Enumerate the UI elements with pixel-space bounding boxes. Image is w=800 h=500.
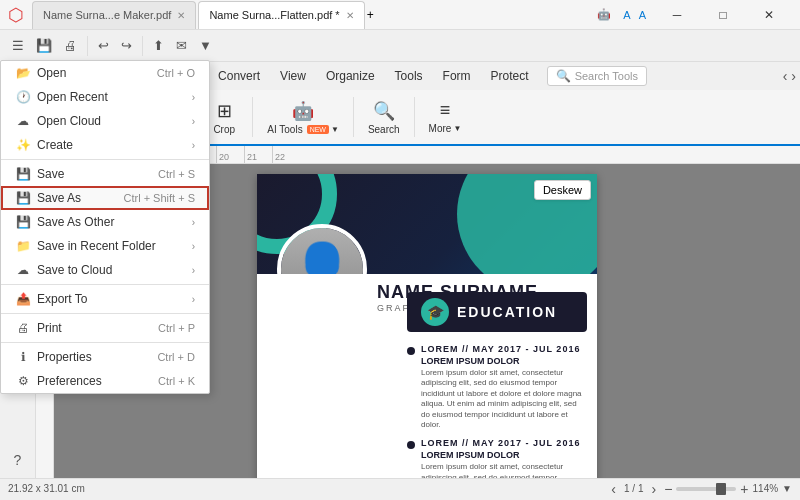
export-icon: 📤 (15, 292, 31, 306)
crop-label: Crop (213, 124, 235, 135)
tab-bar: Name Surna...e Maker.pdf ✕ Name Surna...… (32, 0, 597, 29)
edu-item-2: LOREM // MAY 2017 - JUL 2016 LOREM IPSUM… (407, 438, 587, 478)
zoom-slider[interactable] (676, 487, 736, 491)
menu-properties-content: ℹ Properties (15, 350, 92, 364)
menu-save-cloud[interactable]: ☁ Save to Cloud › (1, 258, 209, 282)
menu-open-recent[interactable]: 🕐 Open Recent › (1, 85, 209, 109)
new-tab-button[interactable]: + (367, 8, 374, 22)
edu-label: EDUCATION (457, 304, 557, 320)
ai-indicator: 🤖 (597, 8, 611, 21)
dimensions-label: 21.92 x 31.01 cm (8, 483, 85, 494)
crop-icon: ⊞ (217, 100, 232, 122)
menu-save-as-other-content: 💾 Save As Other (15, 215, 114, 229)
tab-1-close[interactable]: ✕ (177, 10, 185, 21)
ruler-tick: 21 (244, 146, 272, 163)
search-tools-area: 🔍 Search Tools (547, 66, 647, 86)
edu-date-1: LOREM // MAY 2017 - JUL 2016 LOREM IPSUM… (421, 344, 587, 430)
share-button[interactable]: ✉ (172, 36, 191, 55)
open-cloud-icon: ☁ (15, 114, 31, 128)
close-button[interactable]: ✕ (746, 0, 792, 30)
status-prev-page[interactable]: ‹ (611, 481, 616, 497)
menu-preferences[interactable]: ⚙ Preferences Ctrl + K (1, 369, 209, 393)
redo-button[interactable]: ↪ (117, 36, 136, 55)
maximize-button[interactable]: □ (700, 0, 746, 30)
ribbon-sep6 (414, 97, 415, 137)
menu-convert[interactable]: Convert (208, 66, 270, 86)
education-badge: 🎓 EDUCATION (407, 292, 587, 332)
menu-view[interactable]: View (270, 66, 316, 86)
menu-save-as[interactable]: 💾 Save As Ctrl + Shift + S (1, 186, 209, 210)
app-logo: ⬡ (8, 4, 24, 26)
open-shortcut: Ctrl + O (157, 67, 195, 79)
nav-buttons: ‹ › (783, 68, 796, 84)
photo-placeholder: 👤 (281, 228, 363, 274)
menu-open-cloud[interactable]: ☁ Open Cloud › (1, 109, 209, 133)
search-icon: 🔍 (373, 100, 395, 122)
menu-properties[interactable]: ℹ Properties Ctrl + D (1, 345, 209, 369)
ruler-tick: 20 (216, 146, 244, 163)
save-icon: 💾 (15, 167, 31, 181)
menu-form[interactable]: Form (433, 66, 481, 86)
tab-1[interactable]: Name Surna...e Maker.pdf ✕ (32, 1, 196, 29)
deskew-button[interactable]: Deskew (534, 180, 591, 200)
undo-button[interactable]: ↩ (94, 36, 113, 55)
minimize-button[interactable]: ─ (654, 0, 700, 30)
nav-forward[interactable]: › (791, 68, 796, 84)
separator2 (142, 36, 143, 56)
zoom-thumb (716, 483, 726, 495)
menu-open[interactable]: 📂 Open Ctrl + O (1, 61, 209, 85)
open-cloud-label: Open Cloud (37, 114, 101, 128)
tab-2-close[interactable]: ✕ (346, 10, 354, 21)
upload-button[interactable]: ⬆ (149, 36, 168, 55)
tab-1-label: Name Surna...e Maker.pdf (43, 9, 171, 21)
divider3 (1, 313, 209, 314)
tab-2[interactable]: Name Surna...Flatten.pdf * ✕ (198, 1, 364, 29)
search-label: Search (368, 124, 400, 135)
save-as-label: Save As (37, 191, 81, 205)
menu-save[interactable]: 💾 Save Ctrl + S (1, 162, 209, 186)
export-label: Export To (37, 292, 87, 306)
save-recent-folder-label: Save in Recent Folder (37, 239, 156, 253)
save-quick-button[interactable]: 💾 (32, 36, 56, 55)
preferences-shortcut: Ctrl + K (158, 375, 195, 387)
save-label: Save (37, 167, 64, 181)
more-quick-button[interactable]: ▼ (195, 36, 216, 55)
save-cloud-arrow: › (192, 265, 195, 276)
more-icon: ≡ (440, 100, 451, 121)
menu-save-as-content: 💾 Save As (15, 191, 81, 205)
export-arrow: › (192, 294, 195, 305)
print-quick-button[interactable]: 🖨 (60, 36, 81, 55)
menu-save-recent-folder[interactable]: 📁 Save in Recent Folder › (1, 234, 209, 258)
status-next-page[interactable]: › (651, 481, 656, 497)
menu-create[interactable]: ✨ Create › (1, 133, 209, 157)
menu-protect[interactable]: Protect (481, 66, 539, 86)
education-section: 🎓 EDUCATION LOREM // MAY 2017 - JUL 2016… (397, 284, 597, 478)
edu-icon: 🎓 (421, 298, 449, 326)
search-tools-label: Search Tools (575, 70, 638, 82)
ai-tools-button[interactable]: 🤖 AI Tools NEW ▼ (259, 92, 347, 142)
zoom-control: − + 114% ▼ (664, 481, 792, 497)
properties-label: Properties (37, 350, 92, 364)
print-label: Print (37, 321, 62, 335)
open-recent-icon: 🕐 (15, 90, 31, 104)
open-recent-label: Open Recent (37, 90, 108, 104)
more-button[interactable]: ≡ More ▼ (421, 92, 470, 142)
menu-print[interactable]: 🖨 Print Ctrl + P (1, 316, 209, 340)
zoom-in-button[interactable]: + (740, 481, 748, 497)
nav-back[interactable]: ‹ (783, 68, 788, 84)
menu-button[interactable]: ☰ (8, 36, 28, 55)
properties-icon: ℹ (15, 350, 31, 364)
ribbon-sep5 (353, 97, 354, 137)
separator1 (87, 36, 88, 56)
menu-tools[interactable]: Tools (385, 66, 433, 86)
zoom-out-button[interactable]: − (664, 481, 672, 497)
zoom-dropdown[interactable]: ▼ (782, 483, 792, 494)
menu-save-as-other[interactable]: 💾 Save As Other › (1, 210, 209, 234)
help-button[interactable]: ? (4, 446, 32, 474)
menu-export[interactable]: 📤 Export To › (1, 287, 209, 311)
person-silhouette: 👤 (291, 244, 353, 274)
search-button[interactable]: 🔍 Search (360, 92, 408, 142)
preferences-icon: ⚙ (15, 374, 31, 388)
menu-open-content: 📂 Open (15, 66, 66, 80)
menu-organize[interactable]: Organize (316, 66, 385, 86)
